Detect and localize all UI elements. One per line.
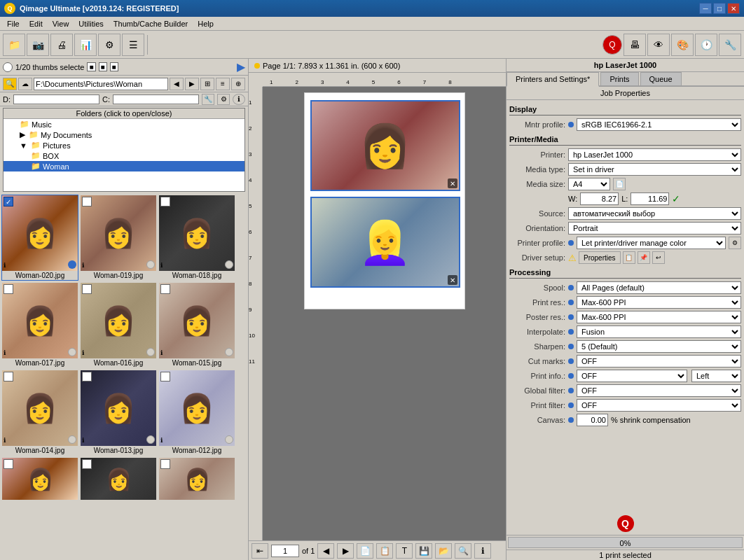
spool-select[interactable]: All Pages (default) bbox=[577, 281, 741, 294]
expand-btn[interactable]: ⊕ bbox=[231, 78, 245, 90]
page-number-input[interactable] bbox=[271, 545, 299, 557]
thumb-check-extra3[interactable] bbox=[160, 459, 170, 469]
thumb-check-013[interactable] bbox=[82, 372, 92, 382]
thumb-size-med[interactable]: ■ bbox=[99, 62, 107, 71]
thumb-cell-016[interactable]: 👩 ℹ Woman-016.jpg bbox=[80, 282, 157, 368]
thumb-check-020[interactable]: ✓ bbox=[4, 197, 13, 206]
tree-item-woman[interactable]: 📁 Woman bbox=[4, 161, 244, 172]
orientation-select[interactable]: Portrait bbox=[568, 222, 741, 234]
thumb-cell-020[interactable]: 👩 ✓ ℹ Woman-020.jpg bbox=[1, 195, 78, 281]
canvas-input[interactable] bbox=[577, 414, 608, 426]
sharpen-select[interactable]: 5 (Default) bbox=[577, 340, 741, 353]
thumb-check-018[interactable] bbox=[160, 197, 170, 206]
nav-load-btn[interactable]: 📂 bbox=[435, 543, 452, 559]
menu-edit[interactable]: Edit bbox=[25, 19, 47, 29]
w-input[interactable] bbox=[580, 192, 619, 205]
printres-select[interactable]: Max-600 PPI bbox=[577, 296, 741, 309]
nav-save-btn[interactable]: 💾 bbox=[415, 543, 432, 559]
thumb-check-012[interactable] bbox=[160, 372, 170, 382]
close-button[interactable]: ✕ bbox=[727, 3, 740, 14]
canvas-scroll[interactable]: 👩 ✕ 👱‍♀️ ✕ bbox=[263, 87, 506, 540]
media-size-icon[interactable]: 📄 bbox=[613, 178, 626, 190]
nav-info-btn[interactable]: ℹ bbox=[474, 543, 491, 559]
list-view-btn[interactable]: ≡ bbox=[216, 78, 230, 90]
photo-slot-1[interactable]: 👩 ✕ bbox=[310, 100, 460, 191]
thumb-size-small[interactable]: ■ bbox=[87, 62, 95, 71]
menu-view[interactable]: View bbox=[48, 19, 74, 29]
mntr-select[interactable]: sRGB IEC61966-2.1 bbox=[577, 118, 741, 131]
driver-paste-btn[interactable]: 📌 bbox=[638, 251, 650, 264]
thumb-cell-019[interactable]: 👩 ℹ Woman-019.jpg bbox=[80, 195, 157, 281]
thumb-check-019[interactable] bbox=[82, 197, 92, 206]
printfilter-select[interactable]: OFF bbox=[577, 399, 741, 412]
toolbar-open-btn[interactable]: 📁 bbox=[3, 34, 25, 56]
tools-btn[interactable]: 🔧 bbox=[202, 94, 214, 105]
nav-text-btn[interactable]: T bbox=[396, 543, 413, 559]
tree-item-box[interactable]: 📁 BOX bbox=[4, 150, 244, 161]
back-btn[interactable]: ◀ bbox=[170, 78, 184, 90]
thumb-check-017[interactable] bbox=[4, 284, 13, 294]
driver-copy-btn[interactable]: 📋 bbox=[623, 251, 635, 264]
toolbar-preview-btn[interactable]: 👁 bbox=[647, 34, 670, 56]
nav-home-btn[interactable]: ⇤ bbox=[252, 543, 268, 559]
tab-printers-settings[interactable]: Printers and Settings* bbox=[507, 72, 599, 87]
toolbar-print-btn[interactable]: 🖶 bbox=[624, 34, 646, 56]
tab-queue[interactable]: Queue bbox=[640, 72, 682, 85]
thumb-cell-extra3[interactable]: 👩 bbox=[158, 457, 235, 500]
cutmarks-select[interactable]: OFF bbox=[577, 355, 741, 368]
photo-slot-2[interactable]: 👱‍♀️ ✕ bbox=[310, 197, 460, 288]
printinfo-side-select[interactable]: Left bbox=[691, 370, 741, 382]
thumb-check-extra2[interactable] bbox=[82, 459, 92, 469]
printer-profile-select[interactable]: Let printer/driver manage color bbox=[577, 237, 726, 249]
thumb-cell-013[interactable]: 👩 ℹ Woman-013.jpg bbox=[80, 370, 157, 456]
thumb-cell-018[interactable]: 👩 ℹ Woman-018.jpg bbox=[158, 195, 235, 281]
globalfilter-select[interactable]: OFF bbox=[577, 384, 741, 397]
thumb-cell-015[interactable]: 👩 ℹ Woman-015.jpg bbox=[158, 282, 235, 368]
toolbar-histogram-btn[interactable]: 📊 bbox=[74, 34, 97, 56]
profile-settings-icon[interactable]: ⚙ bbox=[729, 237, 741, 249]
l-input[interactable] bbox=[631, 192, 669, 205]
toolbar-scan-btn[interactable]: 🖨 bbox=[50, 34, 73, 56]
info-btn[interactable]: ℹ bbox=[233, 94, 245, 105]
settings2-btn[interactable]: ⚙ bbox=[217, 94, 230, 105]
nav-arrow-right[interactable]: ▶ bbox=[237, 60, 245, 74]
path-input[interactable] bbox=[34, 78, 168, 90]
menu-help[interactable]: Help bbox=[193, 19, 218, 29]
thumb-cell-extra2[interactable]: 👩 bbox=[80, 457, 157, 500]
nav-print-btn[interactable]: 📋 bbox=[376, 543, 393, 559]
tab-prints[interactable]: Prints bbox=[600, 72, 638, 85]
thumb-size-large[interactable]: ■ bbox=[110, 62, 118, 71]
source-select[interactable]: автоматический выбор bbox=[568, 207, 741, 220]
thumb-check-015[interactable] bbox=[160, 284, 170, 294]
radio-btn[interactable] bbox=[3, 62, 13, 72]
tree-item-mydocs[interactable]: ▶ 📁 My Documents bbox=[4, 130, 244, 140]
thumb-cell-014[interactable]: 👩 ℹ Woman-014.jpg bbox=[1, 370, 78, 456]
toolbar-clock-btn[interactable]: 🕐 bbox=[695, 34, 717, 56]
thumb-cell-017[interactable]: 👩 ℹ Woman-017.jpg bbox=[1, 282, 78, 368]
minimize-button[interactable]: ─ bbox=[699, 3, 712, 14]
posterres-select[interactable]: Max-600 PPI bbox=[577, 311, 741, 323]
tree-item-pictures[interactable]: ▼ 📁 Pictures bbox=[4, 140, 244, 150]
thumb-check-016[interactable] bbox=[82, 284, 92, 294]
thumb-check-014[interactable] bbox=[4, 372, 13, 382]
nav-add-page-btn[interactable]: 📄 bbox=[357, 543, 373, 559]
interp-select[interactable]: Fusion bbox=[577, 326, 741, 338]
forward-btn[interactable]: ▶ bbox=[185, 78, 199, 90]
toolbar-list-btn[interactable]: ☰ bbox=[122, 34, 144, 56]
media-size-select[interactable]: A4 bbox=[568, 178, 610, 190]
toolbar-camera-btn[interactable]: 📷 bbox=[27, 34, 49, 56]
thumb-check-extra1[interactable] bbox=[4, 459, 13, 469]
media-type-select[interactable]: Set in driver bbox=[568, 163, 741, 176]
cloud-btn[interactable]: ☁ bbox=[18, 78, 32, 90]
printer-select[interactable]: hp LaserJet 1000 bbox=[568, 148, 741, 161]
nav-next-btn[interactable]: ▶ bbox=[337, 543, 354, 559]
menu-thumb[interactable]: Thumb/Cache Builder bbox=[109, 19, 192, 29]
photo-close-1[interactable]: ✕ bbox=[448, 178, 457, 188]
nav-zoom-btn[interactable]: 🔍 bbox=[455, 543, 471, 559]
thumb-cell-012[interactable]: 👩 ℹ Woman-012.jpg bbox=[158, 370, 235, 456]
photo-close-2[interactable]: ✕ bbox=[448, 275, 457, 285]
thumb-cell-extra1[interactable]: 👩 bbox=[1, 457, 78, 500]
driver-undo-btn[interactable]: ↩ bbox=[652, 251, 665, 264]
maximize-button[interactable]: □ bbox=[713, 3, 726, 14]
menu-file[interactable]: File bbox=[3, 19, 24, 29]
